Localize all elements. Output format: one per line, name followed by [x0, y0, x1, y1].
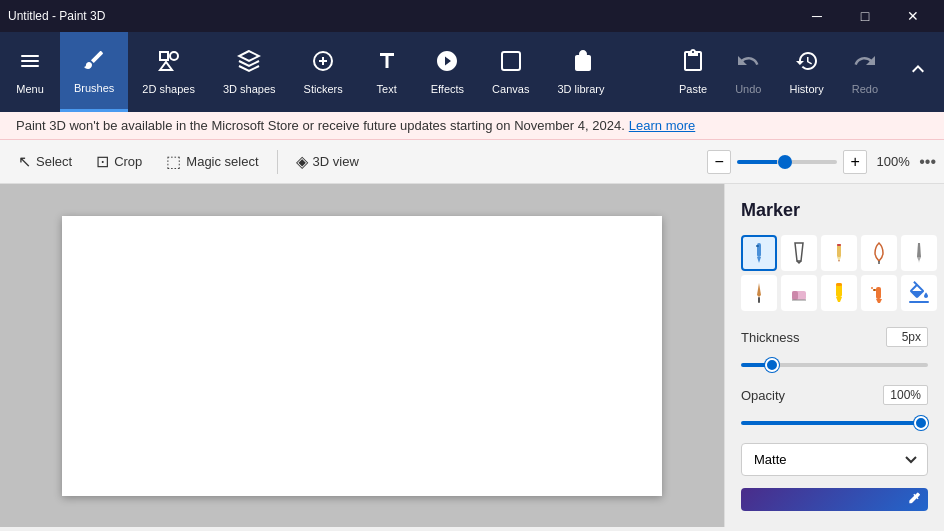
- menu-icon: [18, 49, 42, 79]
- history-icon: [795, 49, 819, 79]
- opacity-header: Opacity 100%: [741, 385, 928, 405]
- brush-grid: [741, 235, 928, 311]
- 2dshapes-icon: [157, 49, 181, 79]
- maximize-button[interactable]: □: [842, 0, 888, 32]
- effects-icon: [435, 49, 459, 79]
- svg-rect-22: [836, 283, 842, 286]
- opacity-slider[interactable]: [741, 421, 928, 425]
- magic-select-label: Magic select: [186, 154, 258, 169]
- brush-item-ink[interactable]: [861, 235, 897, 271]
- thickness-label: Thickness: [741, 330, 800, 345]
- 3dlibrary-icon: [569, 49, 593, 79]
- redo-icon: [853, 49, 877, 79]
- ribbon-item-2dshapes[interactable]: 2D shapes: [128, 32, 209, 112]
- finish-dropdown[interactable]: Matte Gloss Flat: [741, 443, 928, 476]
- svg-rect-3: [160, 52, 168, 60]
- brush-item-pencil[interactable]: [821, 235, 857, 271]
- opacity-section: Opacity 100%: [741, 385, 928, 429]
- titlebar-controls: ─ □ ✕: [794, 0, 936, 32]
- canvas-area[interactable]: [0, 184, 724, 527]
- titlebar-title: Untitled - Paint 3D: [8, 9, 105, 23]
- minimize-button[interactable]: ─: [794, 0, 840, 32]
- brush-item-eraser[interactable]: [781, 275, 817, 311]
- opacity-label: Opacity: [741, 388, 785, 403]
- crop-tool-button[interactable]: ⊡ Crop: [86, 148, 152, 175]
- ribbon-item-redo[interactable]: Redo: [838, 32, 892, 112]
- crop-icon: ⊡: [96, 152, 109, 171]
- ribbon-item-3dlibrary[interactable]: 3D library: [543, 32, 618, 112]
- canvas-white[interactable]: [62, 216, 662, 496]
- color-swatch[interactable]: [741, 488, 928, 511]
- menu-label: Menu: [16, 83, 44, 95]
- close-button[interactable]: ✕: [890, 0, 936, 32]
- ribbon-item-3dshapes[interactable]: 3D shapes: [209, 32, 290, 112]
- svg-rect-1: [21, 60, 39, 62]
- zoom-value: 100%: [873, 154, 913, 169]
- zoom-slider[interactable]: [737, 160, 837, 164]
- svg-rect-0: [21, 55, 39, 57]
- svg-point-25: [871, 287, 873, 289]
- ribbon-item-text[interactable]: Text: [357, 32, 417, 112]
- notification-bar: Paint 3D won't be available in the Micro…: [0, 112, 944, 140]
- svg-marker-26: [876, 299, 882, 303]
- brush-item-calligraphy[interactable]: [781, 235, 817, 271]
- 3dshapes-label: 3D shapes: [223, 83, 276, 95]
- svg-rect-24: [873, 289, 876, 291]
- canvas-icon: [499, 49, 523, 79]
- finish-section: Matte Gloss Flat: [741, 443, 928, 476]
- titlebar: Untitled - Paint 3D ─ □ ✕: [0, 0, 944, 32]
- ribbon-item-brushes[interactable]: Brushes: [60, 32, 128, 112]
- brush-item-fill[interactable]: [901, 275, 937, 311]
- thickness-slider[interactable]: [741, 363, 928, 367]
- zoom-controls: − + 100% •••: [707, 150, 936, 174]
- brush-item-brush5[interactable]: [901, 235, 937, 271]
- paste-icon: [681, 49, 705, 79]
- panel-title: Marker: [741, 200, 928, 221]
- learn-more-link[interactable]: Learn more: [629, 118, 695, 133]
- ribbon-item-history[interactable]: History: [775, 32, 837, 112]
- toolbar-divider: [277, 150, 278, 174]
- brushes-icon: [82, 48, 106, 78]
- svg-marker-5: [160, 62, 172, 70]
- brush-item-spray[interactable]: [861, 275, 897, 311]
- ribbon-item-stickers[interactable]: Stickers: [290, 32, 357, 112]
- thickness-header: Thickness 5px: [741, 327, 928, 347]
- zoom-out-button[interactable]: −: [707, 150, 731, 174]
- 3dshapes-icon: [237, 49, 261, 79]
- 3d-view-button[interactable]: ◈ 3D view: [286, 148, 369, 175]
- ribbon-item-canvas[interactable]: Canvas: [478, 32, 543, 112]
- brush-item-marker[interactable]: [741, 235, 777, 271]
- brush-item-brush6[interactable]: [741, 275, 777, 311]
- magic-select-button[interactable]: ⬚ Magic select: [156, 148, 268, 175]
- zoom-in-button[interactable]: +: [843, 150, 867, 174]
- more-options-button[interactable]: •••: [919, 153, 936, 171]
- chevron-up-icon: [906, 57, 930, 87]
- effects-label: Effects: [431, 83, 464, 95]
- thickness-section: Thickness 5px: [741, 327, 928, 371]
- ribbon-item-paste[interactable]: Paste: [665, 32, 721, 112]
- ribbon-collapse[interactable]: [892, 32, 944, 112]
- undo-icon: [736, 49, 760, 79]
- ribbon-right: Paste Undo History Redo: [665, 32, 944, 112]
- menu-button[interactable]: Menu: [0, 32, 60, 112]
- 2dshapes-label: 2D shapes: [142, 83, 195, 95]
- right-panel: Marker: [724, 184, 944, 527]
- undo-label: Undo: [735, 83, 761, 95]
- svg-marker-13: [838, 260, 840, 262]
- stickers-label: Stickers: [304, 83, 343, 95]
- svg-rect-27: [909, 301, 929, 303]
- ribbon-item-undo[interactable]: Undo: [721, 32, 775, 112]
- paste-label: Paste: [679, 83, 707, 95]
- main-area: Marker: [0, 184, 944, 527]
- select-tool-button[interactable]: ↖ Select: [8, 148, 82, 175]
- text-label: Text: [377, 83, 397, 95]
- ribbon-item-effects[interactable]: Effects: [417, 32, 478, 112]
- opacity-value: 100%: [883, 385, 928, 405]
- ribbon: Menu Brushes 2D shapes 3D shapes Sticker…: [0, 32, 944, 112]
- svg-rect-16: [758, 297, 760, 303]
- history-label: History: [789, 83, 823, 95]
- brushes-label: Brushes: [74, 82, 114, 94]
- brush-item-highlighter[interactable]: [821, 275, 857, 311]
- svg-rect-14: [837, 244, 841, 246]
- eyedropper-button[interactable]: [906, 490, 922, 509]
